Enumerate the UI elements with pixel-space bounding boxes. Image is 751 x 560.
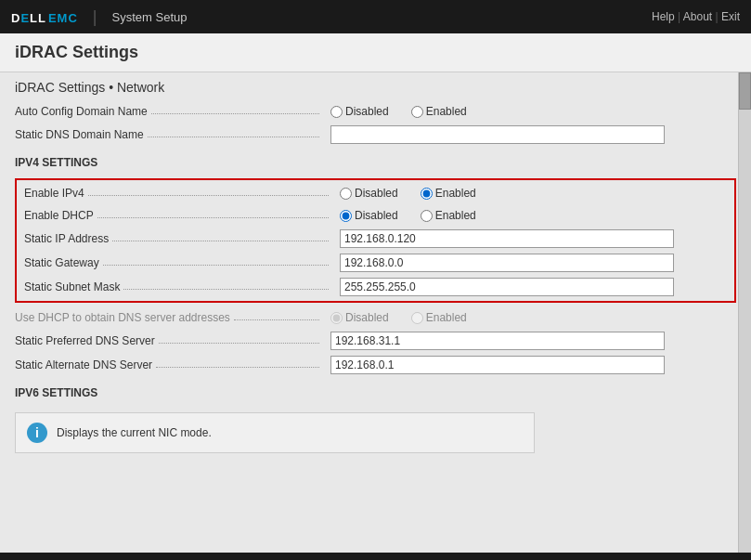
exit-link[interactable]: Exit — [721, 10, 740, 23]
enable-dhcp-row: Enable DHCP Disabled Enabled — [17, 204, 734, 227]
alternate-dns-label: Static Alternate DNS Server — [15, 358, 330, 371]
topbar-left: DELLEMC | System Setup — [11, 7, 187, 27]
preferred-dns-input[interactable] — [330, 332, 665, 350]
static-ip-input[interactable] — [340, 229, 674, 248]
page-title: iDRAC Settings — [15, 43, 736, 62]
static-dns-label: Static DNS Domain Name — [15, 128, 330, 141]
section-breadcrumb: iDRAC Settings • Network — [0, 72, 751, 100]
ipv6-section-title: IPV6 SETTINGS — [15, 381, 97, 402]
preferred-dns-row: Static Preferred DNS Server — [15, 329, 736, 353]
page-header: iDRAC Settings — [0, 33, 751, 72]
use-dhcp-dns-disabled-radio[interactable]: Disabled — [330, 311, 389, 324]
ipv6-section-header: IPV6 SETTINGS — [15, 377, 736, 405]
static-subnet-value[interactable] — [340, 278, 734, 296]
static-dns-value[interactable] — [330, 125, 736, 144]
static-subnet-label: Static Subnet Mask — [24, 280, 340, 293]
enable-ipv4-label: Enable IPv4 — [24, 187, 340, 200]
auto-config-row: Auto Config Domain Name Disabled Enabled — [15, 100, 736, 123]
use-dhcp-dns-label: Use DHCP to obtain DNS server addresses — [15, 311, 330, 324]
ipv4-section-header: IPV4 SETTINGS — [15, 147, 736, 175]
topbar-separator: | — [93, 7, 97, 27]
static-dns-input[interactable] — [330, 125, 665, 144]
preferred-dns-label: Static Preferred DNS Server — [15, 334, 330, 347]
alternate-dns-value[interactable] — [330, 356, 736, 374]
enable-ipv4-row: Enable IPv4 Disabled Enabled — [17, 182, 734, 204]
static-ip-label: Static IP Address — [24, 232, 340, 245]
static-subnet-input[interactable] — [340, 278, 674, 296]
content: iDRAC Settings • Network Auto Config Dom… — [0, 72, 751, 553]
main: iDRAC Settings • Network Auto Config Dom… — [0, 72, 751, 553]
static-gateway-label: Static Gateway — [24, 256, 340, 269]
topbar: DELLEMC | System Setup Help | About | Ex… — [0, 0, 751, 33]
auto-config-disabled-radio[interactable]: Disabled — [330, 105, 389, 118]
ipv4-settings-box: Enable IPv4 Disabled Enabled — [15, 178, 736, 303]
scroll-indicator[interactable] — [738, 72, 751, 553]
enable-ipv4-enabled-radio[interactable]: Enabled — [421, 187, 476, 200]
settings-table: Auto Config Domain Name Disabled Enabled — [0, 100, 751, 405]
static-gateway-value[interactable] — [340, 254, 734, 272]
help-link[interactable]: Help — [652, 10, 675, 23]
enable-ipv4-disabled-radio[interactable]: Disabled — [340, 187, 398, 200]
use-dhcp-dns-value: Disabled Enabled — [330, 311, 736, 324]
bottombar: PowerEdge R740xd Service Tag : HQT81L2 C… — [0, 553, 751, 560]
static-gateway-row: Static Gateway — [17, 251, 734, 275]
static-ip-row: Static IP Address — [17, 227, 734, 251]
enable-dhcp-value: Disabled Enabled — [340, 209, 734, 222]
topbar-right: Help | About | Exit — [652, 10, 740, 23]
alternate-dns-input[interactable] — [330, 356, 665, 374]
info-box: i Displays the current NIC mode. — [15, 412, 535, 453]
ipv4-section-title: IPV4 SETTINGS — [15, 150, 97, 172]
topbar-title: System Setup — [112, 10, 188, 24]
scroll-thumb[interactable] — [739, 72, 751, 110]
preferred-dns-value[interactable] — [330, 332, 736, 350]
static-ip-value[interactable] — [340, 229, 734, 248]
enable-ipv4-value: Disabled Enabled — [340, 187, 734, 200]
use-dhcp-dns-enabled-radio[interactable]: Enabled — [411, 311, 467, 324]
info-icon: i — [27, 423, 47, 443]
auto-config-label: Auto Config Domain Name — [15, 105, 330, 118]
auto-config-value: Disabled Enabled — [330, 105, 736, 118]
auto-config-enabled-radio[interactable]: Enabled — [411, 105, 467, 118]
use-dhcp-dns-row: Use DHCP to obtain DNS server addresses … — [15, 306, 736, 329]
about-link[interactable]: About — [683, 10, 712, 23]
enable-dhcp-enabled-radio[interactable]: Enabled — [421, 209, 476, 222]
static-gateway-input[interactable] — [340, 254, 674, 272]
info-text: Displays the current NIC mode. — [57, 426, 212, 439]
static-dns-row: Static DNS Domain Name — [15, 123, 736, 147]
alternate-dns-row: Static Alternate DNS Server — [15, 353, 736, 377]
static-subnet-row: Static Subnet Mask — [17, 275, 734, 299]
enable-dhcp-disabled-radio[interactable]: Disabled — [340, 209, 398, 222]
enable-dhcp-label: Enable DHCP — [24, 209, 340, 222]
topbar-logo: DELLEMC — [11, 9, 78, 25]
